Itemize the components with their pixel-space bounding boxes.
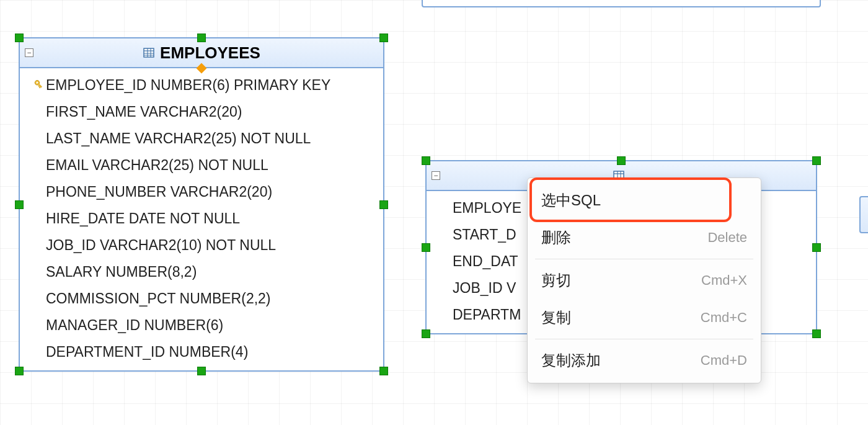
resize-handle[interactable] xyxy=(812,156,821,165)
column-text: EMAIL VARCHAR2(25) NOT NULL xyxy=(46,157,374,174)
entity-title: EMPLOYEES xyxy=(160,43,260,63)
resize-handle[interactable] xyxy=(197,34,206,42)
entity-partial-right[interactable] xyxy=(859,196,868,233)
resize-handle[interactable] xyxy=(422,243,430,252)
resize-handle[interactable] xyxy=(15,367,24,375)
menu-label: 删除 xyxy=(541,228,571,248)
column-text: DEPARTMENT_ID NUMBER(4) xyxy=(46,344,374,360)
column-row[interactable]: PHONE_NUMBER VARCHAR2(20) xyxy=(20,179,383,205)
column-row[interactable]: HIRE_DATE DATE NOT NULL xyxy=(20,205,383,232)
column-text: PHONE_NUMBER VARCHAR2(20) xyxy=(46,184,374,200)
svg-rect-0 xyxy=(144,48,154,57)
entity-partial-top[interactable]: COLUMN_X VARCHAR2(2) DEFAULT 'dd' xyxy=(422,0,821,7)
column-text: JOB_ID VARCHAR2(10) NOT NULL xyxy=(46,237,374,254)
resize-handle[interactable] xyxy=(812,243,821,252)
menu-shortcut: Cmd+X xyxy=(701,272,747,289)
column-text: MANAGER_ID NUMBER(6) xyxy=(46,317,374,334)
menu-item-copy[interactable]: 复制 Cmd+C xyxy=(528,299,761,336)
resize-handle[interactable] xyxy=(617,156,626,165)
resize-handle[interactable] xyxy=(812,329,821,338)
svg-rect-10 xyxy=(38,85,40,86)
resize-handle[interactable] xyxy=(422,156,430,165)
primary-key-icon xyxy=(29,79,46,92)
column-text: LAST_NAME VARCHAR2(25) NOT NULL xyxy=(46,130,374,147)
menu-item-select-sql[interactable]: 选中SQL xyxy=(528,182,761,219)
resize-handle[interactable] xyxy=(197,367,206,375)
menu-divider xyxy=(535,259,753,259)
column-text: COMMISSION_PCT NUMBER(2,2) xyxy=(46,290,374,307)
context-menu: 选中SQL 删除 Delete 剪切 Cmd+X 复制 Cmd+C 复制添加 C… xyxy=(527,177,761,383)
column-text: EMPLOYEE_ID NUMBER(6) PRIMARY KEY xyxy=(46,77,374,94)
menu-item-copy-add[interactable]: 复制添加 Cmd+D xyxy=(528,342,761,379)
table-icon xyxy=(143,47,155,59)
resize-handle[interactable] xyxy=(422,329,430,338)
column-row[interactable]: EMAIL VARCHAR2(25) NOT NULL xyxy=(20,152,383,179)
column-row[interactable]: COMMISSION_PCT NUMBER(2,2) xyxy=(20,285,383,312)
resize-handle[interactable] xyxy=(15,34,24,42)
column-text: FIRST_NAME VARCHAR2(20) xyxy=(46,104,374,120)
menu-label: 选中SQL xyxy=(541,190,601,210)
column-row: COLUMN_X VARCHAR2(2) DEFAULT 'dd' xyxy=(423,0,820,6)
menu-label: 复制 xyxy=(541,308,571,328)
resize-handle[interactable] xyxy=(379,200,388,209)
menu-label: 剪切 xyxy=(541,271,571,290)
menu-shortcut: Cmd+C xyxy=(701,310,747,326)
menu-label: 复制添加 xyxy=(541,351,601,370)
column-row[interactable]: EMPLOYEE_ID NUMBER(6) PRIMARY KEY xyxy=(20,72,383,99)
menu-item-delete[interactable]: 删除 Delete xyxy=(528,219,761,256)
resize-handle[interactable] xyxy=(379,34,388,42)
entity-employees[interactable]: − EMPLOYEES EMPLOYEE_ID NUMBER(6) PRIMAR… xyxy=(19,37,384,372)
menu-item-cut[interactable]: 剪切 Cmd+X xyxy=(528,262,761,299)
collapse-toggle[interactable]: − xyxy=(432,171,440,180)
menu-shortcut: Cmd+D xyxy=(701,352,747,369)
column-row[interactable]: LAST_NAME VARCHAR2(25) NOT NULL xyxy=(20,125,383,152)
resize-handle[interactable] xyxy=(379,367,388,375)
entity-body: EMPLOYEE_ID NUMBER(6) PRIMARY KEYFIRST_N… xyxy=(20,68,383,370)
column-row[interactable]: DEPARTMENT_ID NUMBER(4) xyxy=(20,339,383,365)
menu-shortcut: Delete xyxy=(707,230,747,246)
column-row[interactable]: JOB_ID VARCHAR2(10) NOT NULL xyxy=(20,232,383,259)
column-text: HIRE_DATE DATE NOT NULL xyxy=(46,210,374,227)
menu-divider xyxy=(535,339,753,339)
column-row[interactable]: SALARY NUMBER(8,2) xyxy=(20,259,383,285)
column-text: SALARY NUMBER(8,2) xyxy=(46,264,374,280)
resize-handle[interactable] xyxy=(15,200,24,209)
column-row[interactable]: MANAGER_ID NUMBER(6) xyxy=(20,312,383,339)
column-row[interactable]: FIRST_NAME VARCHAR2(20) xyxy=(20,99,383,125)
collapse-toggle[interactable]: − xyxy=(25,48,33,57)
entity-header[interactable]: − EMPLOYEES xyxy=(20,38,383,68)
